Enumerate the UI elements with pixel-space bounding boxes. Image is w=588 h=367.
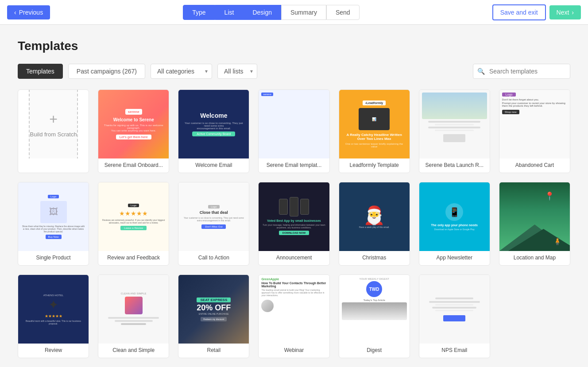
template-label: NPS Email xyxy=(419,344,490,358)
template-card-scratch[interactable]: + Build from Scratch xyxy=(18,89,89,173)
template-label: Review xyxy=(18,344,89,358)
template-label: App Newsletter xyxy=(419,251,490,265)
search-icon: 🔍 xyxy=(477,68,485,75)
scratch-label: Build from Scratch xyxy=(30,131,77,138)
tab-past-campaigns[interactable]: Past campaigns (267) xyxy=(68,64,145,79)
template-label: Serene Email templat... xyxy=(259,158,329,173)
tab-templates[interactable]: Templates xyxy=(18,64,63,79)
top-navigation: ‹ Previous Type List Design Summary Send… xyxy=(0,0,588,25)
template-card-retail[interactable]: SEAT EXPRESS 20% OFF ENTIRE ONLINE PURCH… xyxy=(178,274,249,358)
search-wrap: 🔍 xyxy=(473,64,570,79)
list-filter[interactable]: All lists My list Shared xyxy=(217,64,257,79)
template-label: Serene Email Onboard... xyxy=(98,158,169,173)
step-list[interactable]: List xyxy=(215,5,244,20)
plus-icon: + xyxy=(49,111,58,127)
save-exit-button[interactable]: Save and exit xyxy=(492,4,546,20)
template-label: Christmas xyxy=(339,251,410,265)
template-label: Digest xyxy=(339,344,410,358)
template-card-christmas[interactable]: 🎅 Have a week play of this email. Christ… xyxy=(339,182,410,266)
nav-left: ‹ Previous xyxy=(7,5,50,19)
template-card-app-newsletter[interactable]: 📱 The only app your phone needs Download… xyxy=(419,182,490,266)
template-card-nps-email[interactable]: NPS Email xyxy=(419,274,490,358)
template-card-serene-beta[interactable]: Serene Beta Launch R... xyxy=(419,89,490,173)
template-label: Review and Feedback xyxy=(98,251,169,265)
step-navigation: Type List Design Summary Send xyxy=(183,5,359,20)
template-card-announcement[interactable]: Voted Best App by small businesses Turn … xyxy=(258,182,329,266)
template-label: Announcement xyxy=(259,251,329,265)
template-label: Location and Map xyxy=(499,251,570,265)
template-card-review-feedback[interactable]: Logo ★★★★★ Reviews are extremely powerfu… xyxy=(98,182,169,266)
filter-bar: Templates Past campaigns (267) All categ… xyxy=(18,64,570,79)
template-card-welcome[interactable]: Welcome Your customer is so close to con… xyxy=(178,89,249,173)
step-type[interactable]: Type xyxy=(183,5,215,20)
template-card-webinar[interactable]: GreenApple How To Build Your Contacts Th… xyxy=(258,274,329,358)
chevron-left-icon: ‹ xyxy=(14,9,16,16)
template-label: Call to Action xyxy=(178,251,249,265)
step-design[interactable]: Design xyxy=(243,5,281,20)
template-label: Webinar xyxy=(259,344,329,358)
template-label: Leadformly Template xyxy=(339,158,410,173)
search-input[interactable] xyxy=(473,64,570,79)
template-card-single-product[interactable]: Logo 🖼 Show them what they're missing. R… xyxy=(18,182,89,266)
step-summary[interactable]: Summary xyxy=(281,5,326,20)
template-label: Welcome Email xyxy=(178,158,249,173)
template-label: Serene Beta Launch R... xyxy=(419,158,490,173)
main-content: Templates Templates Past campaigns (267)… xyxy=(0,25,588,367)
template-card-cta[interactable]: Logo Close that deal Your customer is so… xyxy=(178,182,249,266)
category-filter[interactable]: All categories Ecommerce Announcement Ne… xyxy=(151,64,212,79)
template-logo-badge: serene xyxy=(125,109,142,115)
template-card-clean-simple[interactable]: CLEAN AND SIMPLE Clean and Simple xyxy=(98,274,169,358)
template-card-abandoned-cart[interactable]: Logo Don't let them forget about you. Pr… xyxy=(499,89,570,173)
next-button[interactable]: Next › xyxy=(549,5,581,19)
category-filter-wrap: All categories Ecommerce Announcement Ne… xyxy=(151,64,212,79)
nav-right: Save and exit Next › xyxy=(492,4,581,20)
step-send[interactable]: Send xyxy=(326,5,360,20)
template-card-serene-template[interactable]: serene Serene Email templat... xyxy=(258,89,329,173)
previous-button[interactable]: ‹ Previous xyxy=(7,5,50,19)
template-card-serene-onboard[interactable]: serene Welcome to Serene Thanks for sign… xyxy=(98,89,169,173)
template-grid: + Build from Scratch serene Welcome to S… xyxy=(18,89,570,358)
template-label: Clean and Simple xyxy=(98,344,169,358)
page-title: Templates xyxy=(18,39,570,53)
list-filter-wrap: All lists My list Shared xyxy=(217,64,257,79)
template-label: Single Product xyxy=(18,251,89,265)
template-label: Abandoned Cart xyxy=(499,158,570,173)
template-label: Retail xyxy=(178,344,249,358)
chevron-right-icon: › xyxy=(572,9,574,16)
template-card-leadformly[interactable]: •Leadformly 📊 A Really Catchy Headline W… xyxy=(339,89,410,173)
template-card-location-map[interactable]: 📍 🧍 Location and Map xyxy=(499,182,570,266)
template-card-review[interactable]: ATHENS HOTEL ✦ ★★★★★ Beautiful room with… xyxy=(18,274,89,358)
template-card-digest[interactable]: YOUR WEEKLY DIGEST TWD Today's Top Artic… xyxy=(339,274,410,358)
